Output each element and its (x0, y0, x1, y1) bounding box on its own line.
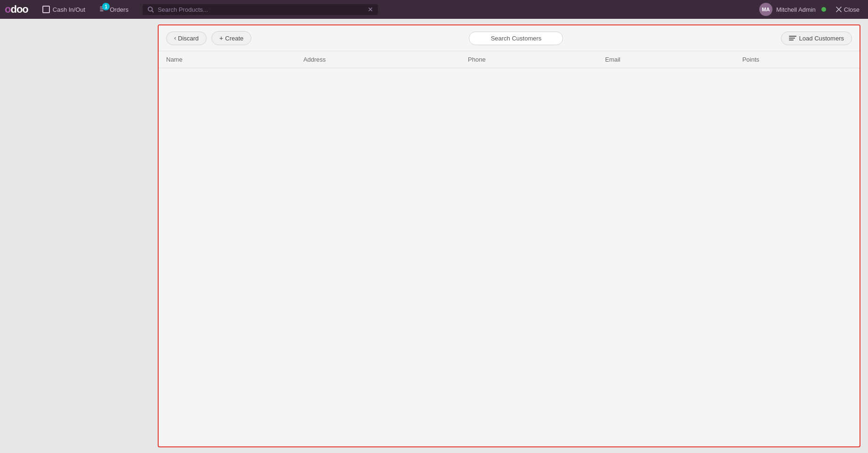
svg-line-1 (152, 11, 154, 13)
search-customers-label: Search Customers (491, 35, 542, 42)
nav-right-area: MA Mitchell Admin Close (759, 3, 863, 16)
svg-point-0 (148, 7, 153, 11)
discard-label: Discard (178, 35, 199, 42)
odoo-logo: odoo (5, 3, 28, 16)
product-search-bar: ✕ (143, 4, 378, 15)
close-button[interactable]: Close (832, 4, 863, 15)
customer-table-body (159, 68, 860, 209)
orders-button[interactable]: 1 Orders (95, 4, 133, 15)
col-points: Points (742, 56, 852, 63)
panel-toolbar: ‹ Discard + Create Search Customers Load… (159, 25, 860, 51)
orders-label: Orders (110, 6, 129, 13)
search-customers-button[interactable]: Search Customers (469, 32, 563, 45)
user-area: MA Mitchell Admin (759, 3, 816, 16)
close-label: Close (844, 6, 860, 13)
main-content: ‹ Discard + Create Search Customers Load… (0, 19, 868, 453)
col-phone: Phone (468, 56, 605, 63)
user-avatar: MA (759, 3, 772, 16)
cash-in-out-label: Cash In/Out (53, 6, 85, 13)
search-clear-button[interactable]: ✕ (368, 6, 373, 13)
discard-button[interactable]: ‹ Discard (166, 32, 207, 45)
load-customers-button[interactable]: Load Customers (781, 32, 852, 45)
create-button[interactable]: + Create (211, 31, 251, 45)
load-customers-label: Load Customers (799, 35, 844, 42)
orders-badge: 1 (102, 3, 110, 10)
table-header: Name Address Phone Email Points (159, 51, 860, 68)
col-address: Address (303, 56, 468, 63)
user-name: Mitchell Admin (776, 6, 816, 13)
cash-icon (42, 6, 50, 13)
customer-panel: ‹ Discard + Create Search Customers Load… (158, 24, 860, 447)
cash-in-out-button[interactable]: Cash In/Out (38, 4, 90, 15)
stack-icon (789, 36, 796, 40)
create-label: Create (225, 35, 243, 42)
col-name: Name (166, 56, 303, 63)
search-icon (147, 6, 154, 13)
product-search-input[interactable] (158, 6, 364, 13)
status-indicator (821, 7, 826, 12)
top-navigation: odoo Cash In/Out 1 Orders ✕ MA Mitchell … (0, 0, 868, 19)
back-arrow-icon: ‹ (174, 35, 176, 41)
close-icon (836, 6, 842, 13)
col-email: Email (605, 56, 742, 63)
plus-icon: + (219, 34, 223, 42)
sidebar (0, 19, 158, 453)
